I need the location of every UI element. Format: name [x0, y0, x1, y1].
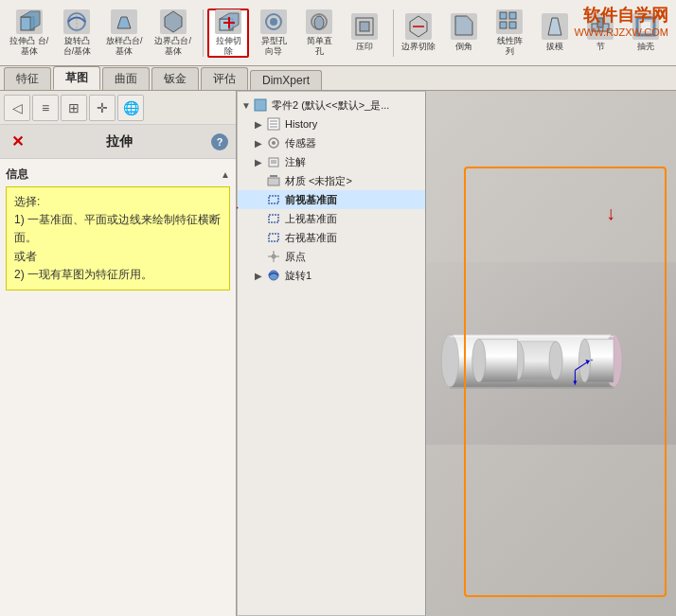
info-box: 选择: 1) 一基准面、平面或边线来绘制特征横断面。 或者 2) 一现有草图为特…: [6, 186, 230, 290]
svg-marker-24: [548, 18, 561, 35]
info-line4: 2) 一现有草图为特征所用。: [14, 266, 222, 284]
shell-label: 抽壳: [637, 42, 654, 52]
arrow-indicator-1: →: [237, 198, 241, 218]
draft-label: 拔模: [546, 42, 563, 52]
tree-item-front-plane[interactable]: 前视基准面: [238, 190, 425, 209]
toolbar-group-emboss: 压印: [344, 9, 385, 58]
tree-item-sensor[interactable]: ▶ 传感器: [238, 133, 425, 152]
tree-label-origin: 原点: [285, 250, 306, 264]
revolve-boss-label: 旋转凸台/基体: [63, 36, 92, 57]
hole-wizard-btn[interactable]: 异型孔向导: [253, 9, 294, 58]
tree-icon-top-plane: [266, 211, 281, 226]
settings-btn[interactable]: 🌐: [117, 95, 144, 121]
svg-point-53: [549, 342, 562, 380]
toolbar-group-extrude-cut: 拉伸切除: [207, 9, 249, 58]
draft-btn[interactable]: 拔模: [534, 9, 576, 58]
tree-item-top-plane[interactable]: 上视基准面: [238, 209, 425, 228]
tree-item-part[interactable]: ▼ 零件2 (默认<<默认>_是...: [238, 96, 425, 114]
svg-rect-29: [255, 99, 266, 111]
tree-icon-sensor: [266, 135, 281, 150]
tree-item-revolve1[interactable]: ▶ 旋转1: [238, 266, 425, 285]
extrude-boss-btn[interactable]: 拉伸凸 台/基体: [6, 9, 52, 58]
back-btn[interactable]: ◁: [4, 95, 30, 121]
linear-pattern-btn[interactable]: 线性阵列: [489, 9, 530, 58]
main-area: ◁ ≡ ⊞ ✛ 🌐 ✕ 拉伸 ? 信息 ▲ 选择: 1) 一基准面、平面或边线来…: [0, 91, 676, 616]
tree-item-history[interactable]: ▶ History: [238, 114, 425, 133]
svg-point-13: [314, 16, 324, 29]
toolbar-group-boundary: 边界凸台/基体: [151, 9, 196, 58]
loft-icon: [111, 9, 137, 34]
tab-features[interactable]: 特征: [4, 67, 51, 90]
boundary-cut-icon: [405, 13, 432, 40]
loft-btn[interactable]: 放样凸台/基体: [101, 9, 147, 58]
rotate-btn[interactable]: ✛: [89, 95, 116, 121]
secondary-toolbar: ◁ ≡ ⊞ ✛ 🌐: [0, 91, 236, 125]
tree-icon-annotation: [266, 154, 281, 169]
revolve-boss-btn[interactable]: 旋转凸台/基体: [56, 9, 98, 58]
divider-1: [203, 9, 204, 57]
expand-arrow-revolve1: ▶: [255, 271, 266, 281]
tab-sketch[interactable]: 草图: [53, 66, 100, 90]
extrude-cut-btn[interactable]: 拉伸切除: [207, 9, 249, 58]
linear-pattern-label: 线性阵列: [497, 36, 523, 57]
extrude-boss-icon: [16, 9, 43, 34]
tree-icon-origin: [266, 249, 281, 264]
right-panel: → ▼ 零件2 (默认<<默认>_是... ▶: [237, 91, 676, 616]
simple-hole-label: 简单直孔: [307, 36, 332, 57]
info-line2b-text: 面。: [14, 231, 37, 244]
tab-dimxpert[interactable]: DimXpert: [250, 70, 322, 90]
chamfer-label: 倒角: [455, 42, 472, 52]
brand-name: 软件自学网: [583, 4, 668, 26]
zoom-btn[interactable]: ⊞: [61, 95, 87, 121]
tree-label-sensor: 传感器: [285, 136, 316, 150]
boundary-boss-btn[interactable]: 边界凸台/基体: [151, 9, 196, 58]
tree-label-right-plane: 右视基准面: [285, 231, 337, 245]
scene-svg: +: [426, 91, 676, 616]
simple-hole-btn[interactable]: 简单直孔: [298, 9, 340, 58]
feature-panel-title: 拉伸: [27, 133, 211, 150]
draft-icon: [542, 13, 568, 40]
tree-item-material[interactable]: 材质 <未指定>: [238, 171, 425, 190]
svg-text:+: +: [591, 357, 594, 362]
svg-marker-42: [269, 215, 278, 222]
toolbar-group-boundary-cut: 边界切除: [398, 9, 439, 58]
svg-rect-59: [450, 386, 614, 389]
tree-item-origin[interactable]: 原点: [238, 247, 425, 266]
extrude-boss-label: 拉伸凸 台/基体: [9, 36, 49, 57]
brand-url: WWW.RJZXW.COM: [574, 26, 668, 38]
chamfer-btn[interactable]: 倒角: [443, 9, 485, 58]
tree-label-part: 零件2 (默认<<默认>_是...: [272, 98, 389, 113]
tree-icon-revolve1: [266, 268, 281, 283]
svg-rect-23: [509, 22, 516, 28]
svg-point-11: [270, 18, 277, 26]
toolbar-group-chamfer: 倒角: [443, 9, 485, 58]
tree-label-revolve1: 旋转1: [285, 269, 311, 283]
extrude-cut-label: 拉伸切除: [216, 36, 241, 57]
tab-sheet-metal[interactable]: 钣金: [151, 67, 199, 90]
svg-point-51: [441, 334, 458, 387]
viewport-3d: + ↓ ↓: [426, 91, 676, 616]
expand-arrow-history: ▶: [255, 119, 266, 130]
loft-label: 放样凸台/基体: [104, 36, 144, 57]
svg-rect-20: [500, 12, 507, 19]
boundary-cut-btn[interactable]: 边界切除: [398, 9, 439, 58]
divider-2: [393, 9, 394, 57]
svg-rect-22: [500, 22, 507, 28]
boundary-cut-label: 边界切除: [401, 42, 436, 52]
tab-surface[interactable]: 曲面: [102, 67, 150, 90]
help-button[interactable]: ?: [211, 133, 228, 150]
tab-evaluate[interactable]: 评估: [201, 67, 248, 90]
svg-rect-21: [509, 12, 516, 19]
tree-icon-right-plane: [266, 230, 281, 245]
toolbar-group-draft: 拔模: [534, 9, 576, 58]
tree-item-right-plane[interactable]: 右视基准面: [238, 228, 425, 247]
tab-bar: 特征 草图 曲面 钣金 评估 DimXpert: [0, 66, 676, 91]
tree-label-history: History: [285, 118, 317, 130]
tree-item-annotation[interactable]: ▶ 注解: [238, 152, 425, 171]
tree-icon-front-plane: [266, 192, 281, 207]
info-line1: 选择:: [14, 193, 222, 211]
emboss-btn[interactable]: 压印: [344, 9, 385, 58]
view-list-btn[interactable]: ≡: [32, 95, 59, 121]
info-header[interactable]: 信息 ▲: [6, 163, 230, 186]
close-button[interactable]: ✕: [8, 131, 27, 152]
